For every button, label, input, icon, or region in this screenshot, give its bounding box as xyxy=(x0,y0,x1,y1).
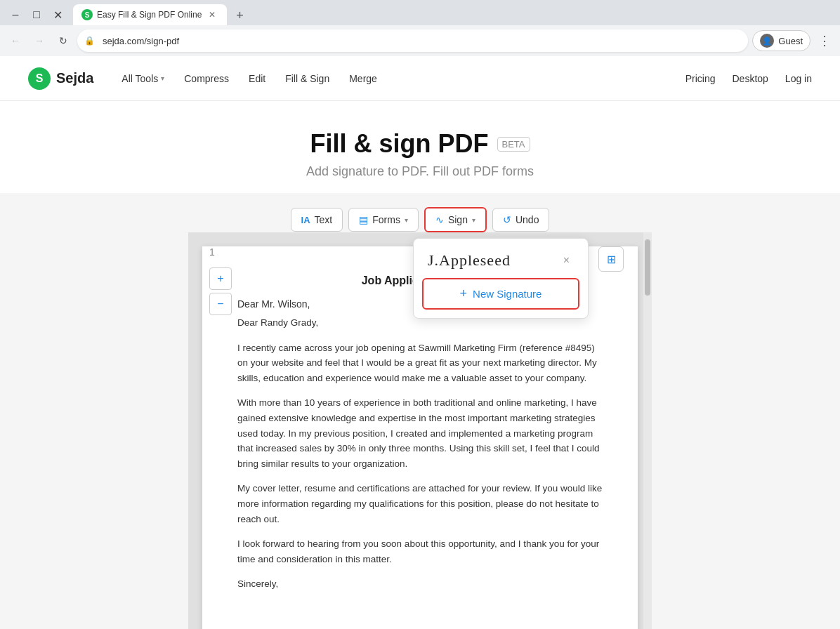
doc-paragraph2: With more than 10 years of experience in… xyxy=(237,395,603,471)
toolbar: IA Text ▤ Forms ▾ ∿ Sign ▾ ↺ xyxy=(291,207,550,232)
grid-view-button[interactable]: ⊞ xyxy=(598,246,624,272)
text-tool-button[interactable]: IA Text xyxy=(291,208,343,232)
sign-label: Sign xyxy=(448,214,468,225)
grid-icon: ⊞ xyxy=(607,253,616,266)
sign-dropdown: J.Appleseed × + New Signature xyxy=(413,238,589,319)
sign-icon: ∿ xyxy=(435,214,444,225)
new-tab-button[interactable]: + xyxy=(230,6,249,25)
zoom-controls: + − xyxy=(209,267,232,315)
logo-text: Sejda xyxy=(56,70,93,86)
text-label: Text xyxy=(315,214,333,225)
hero-section: Fill & sign PDF BETA Add signature to PD… xyxy=(0,101,840,193)
nav-desktop[interactable]: Desktop xyxy=(732,73,768,84)
doc-paragraph1: I recently came across your job opening … xyxy=(237,340,603,386)
hero-subtitle: Add signature to PDF. Fill out PDF forms xyxy=(14,164,826,179)
sign-tool-button[interactable]: ∿ Sign ▾ xyxy=(424,207,487,232)
nav-right: Pricing Desktop Log in xyxy=(685,73,812,84)
page-number: 1 xyxy=(209,246,215,258)
maximize-button[interactable]: □ xyxy=(27,5,46,25)
nav-login[interactable]: Log in xyxy=(785,73,812,84)
tab-close-button[interactable]: ✕ xyxy=(206,8,218,21)
logo-icon: S xyxy=(28,67,51,90)
zoom-out-button[interactable]: − xyxy=(209,293,232,315)
forward-button[interactable]: → xyxy=(29,31,49,51)
document-body: Dear Randy Grady, I recently came across… xyxy=(237,315,603,592)
hero-title: Fill & sign PDF BETA xyxy=(14,129,826,159)
beta-badge: BETA xyxy=(497,137,530,152)
minimize-button[interactable]: – xyxy=(6,5,25,25)
zoom-in-button[interactable]: + xyxy=(209,267,232,290)
address-lock-icon: 🔒 xyxy=(84,36,95,46)
undo-icon: ↺ xyxy=(503,214,511,225)
forms-label: Forms xyxy=(372,214,400,225)
new-signature-button[interactable]: + New Signature xyxy=(422,278,579,310)
logo[interactable]: S Sejda xyxy=(28,67,93,90)
browser-tab[interactable]: S Easy Fill & Sign PDF Online ✕ xyxy=(73,4,227,25)
doc-paragraph3: My cover letter, resume and certificatio… xyxy=(237,481,603,527)
forms-icon: ▤ xyxy=(359,214,368,225)
site-nav: S Sejda All Tools ▾ Compress Edit Fill &… xyxy=(0,56,840,101)
nav-pricing[interactable]: Pricing xyxy=(685,73,716,84)
doc-paragraph4: I look forward to hearing from you soon … xyxy=(237,536,603,567)
nav-edit[interactable]: Edit xyxy=(249,73,265,84)
text-icon: IA xyxy=(301,215,310,225)
scrollbar-track[interactable] xyxy=(643,232,652,629)
nav-fill-sign[interactable]: Fill & Sign xyxy=(285,73,329,84)
remove-signature-button[interactable]: × xyxy=(559,253,574,268)
profile-label: Guest xyxy=(778,36,803,46)
all-tools-chevron-icon: ▾ xyxy=(161,74,164,82)
back-button[interactable]: ← xyxy=(6,31,25,51)
tab-favicon: S xyxy=(81,9,93,20)
undo-label: Undo xyxy=(516,214,539,225)
tab-title: Easy Fill & Sign PDF Online xyxy=(97,10,202,20)
forms-chevron-icon: ▾ xyxy=(405,216,408,224)
nav-compress[interactable]: Compress xyxy=(184,73,229,84)
scrollbar-thumb[interactable] xyxy=(645,239,650,296)
existing-signature-item[interactable]: J.Appleseed × xyxy=(422,247,579,274)
nav-merge[interactable]: Merge xyxy=(349,73,377,84)
new-signature-label: New Signature xyxy=(473,288,542,300)
browser-menu-button[interactable]: ⋮ xyxy=(815,31,834,51)
signature-preview: J.Appleseed xyxy=(428,251,511,270)
undo-tool-button[interactable]: ↺ Undo xyxy=(492,208,549,232)
toolbar-area: IA Text ▤ Forms ▾ ∿ Sign ▾ ↺ xyxy=(0,193,840,629)
plus-icon: + xyxy=(460,286,468,301)
profile-button[interactable]: 👤 Guest xyxy=(752,30,811,51)
reload-button[interactable]: ↻ xyxy=(53,31,73,51)
doc-closing: Sincerely, xyxy=(237,576,603,592)
close-button[interactable]: ✕ xyxy=(48,5,67,25)
nav-all-tools[interactable]: All Tools ▾ xyxy=(122,73,164,84)
sign-chevron-icon: ▾ xyxy=(472,216,475,224)
forms-tool-button[interactable]: ▤ Forms ▾ xyxy=(348,208,419,232)
nav-items: All Tools ▾ Compress Edit Fill & Sign Me… xyxy=(122,73,685,84)
profile-icon: 👤 xyxy=(760,34,774,48)
address-bar[interactable] xyxy=(77,29,748,52)
